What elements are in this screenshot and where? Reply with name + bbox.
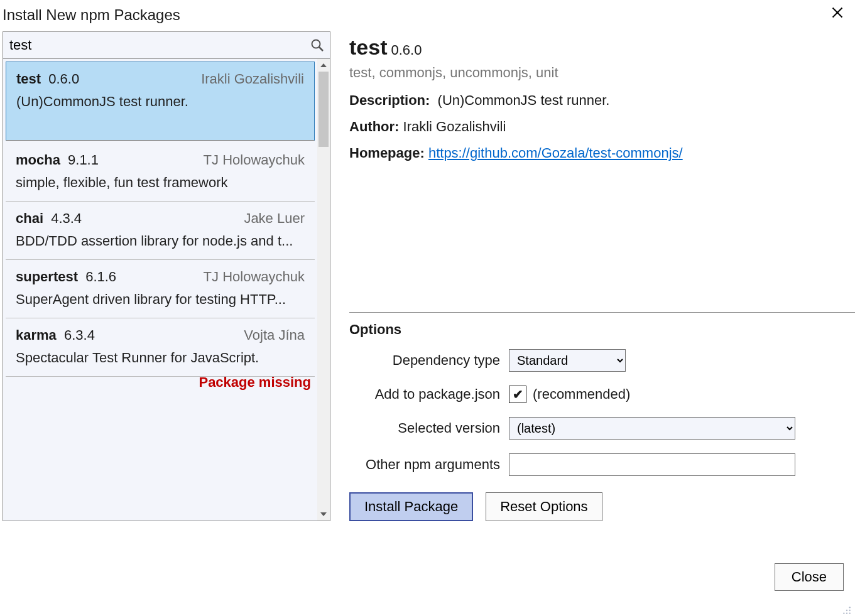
package-tags: test, commonjs, uncommonjs, unit	[349, 65, 855, 81]
result-version: 0.6.0	[45, 71, 79, 87]
result-version: 6.1.6	[82, 269, 116, 284]
result-description: (Un)CommonJS test runner.	[16, 94, 304, 110]
result-author: Vojta Jína	[244, 327, 305, 343]
svg-point-6	[846, 613, 847, 614]
description-field: Description: (Un)CommonJS test runner.	[349, 92, 855, 109]
add-to-package-json-label: Add to package.json	[349, 386, 500, 403]
other-npm-args-input[interactable]	[509, 453, 795, 476]
result-name: karma	[16, 327, 57, 343]
recommended-label: (recommended)	[533, 386, 630, 403]
result-description: SuperAgent driven library for testing HT…	[16, 291, 305, 308]
result-author: Jake Luer	[244, 210, 305, 227]
scroll-thumb[interactable]	[319, 72, 329, 147]
scrollbar[interactable]	[317, 59, 330, 521]
result-name: mocha	[16, 152, 60, 168]
result-name: chai	[16, 210, 43, 226]
result-version: 6.3.4	[60, 327, 95, 343]
result-description: simple, flexible, fun test framework	[16, 175, 305, 191]
result-description: Spectacular Test Runner for JavaScript.	[16, 350, 305, 366]
result-description: BDD/TDD assertion library for node.js an…	[16, 233, 305, 249]
scroll-down-icon[interactable]	[317, 508, 330, 521]
svg-line-1	[319, 47, 323, 51]
close-button[interactable]: Close	[775, 563, 844, 591]
result-author: TJ Holowaychuk	[204, 152, 305, 168]
reset-options-button[interactable]: Reset Options	[486, 492, 602, 521]
selected-version-label: Selected version	[349, 420, 500, 436]
dialog-title: Install New npm Packages	[3, 6, 180, 24]
search-icon	[310, 38, 325, 53]
author-field: Author: Irakli Gozalishvili	[349, 119, 855, 135]
result-version: 4.3.4	[47, 210, 82, 226]
selected-version-select[interactable]: (latest)	[509, 417, 795, 440]
result-item[interactable]: mocha 9.1.1TJ Holowaychuksimple, flexibl…	[6, 143, 315, 202]
result-author: Irakli Gozalishvili	[201, 71, 304, 87]
svg-point-5	[843, 613, 844, 614]
result-item[interactable]: test 0.6.0Irakli Gozalishvili(Un)CommonJ…	[6, 62, 315, 141]
package-title: test0.6.0	[349, 35, 855, 60]
search-box[interactable]	[3, 31, 330, 59]
package-name: test	[349, 35, 387, 59]
svg-point-2	[849, 607, 851, 608]
svg-point-4	[849, 610, 851, 611]
svg-point-0	[312, 40, 320, 48]
homepage-link[interactable]: https://github.com/Gozala/test-commonjs/	[428, 145, 683, 161]
result-item[interactable]: supertest 6.1.6TJ HolowaychukSuperAgent …	[6, 260, 315, 318]
result-version: 9.1.1	[64, 152, 99, 168]
close-icon[interactable]	[827, 6, 847, 21]
other-npm-args-label: Other npm arguments	[349, 457, 500, 473]
svg-point-3	[846, 610, 847, 611]
result-item[interactable]: chai 4.3.4Jake LuerBDD/TDD assertion lib…	[6, 202, 315, 260]
dependency-type-select[interactable]: Standard	[509, 349, 626, 372]
result-author: TJ Holowaychuk	[204, 269, 305, 285]
results-list: test 0.6.0Irakli Gozalishvili(Un)CommonJ…	[3, 59, 317, 521]
options-header: Options	[349, 322, 855, 338]
scroll-up-icon[interactable]	[317, 59, 330, 72]
package-missing-label: Package missing	[3, 374, 317, 391]
result-item[interactable]: karma 6.3.4Vojta JínaSpectacular Test Ru…	[6, 318, 315, 377]
result-name: test	[16, 71, 41, 87]
package-version: 0.6.0	[391, 42, 422, 58]
result-name: supertest	[16, 269, 78, 284]
search-input[interactable]	[3, 33, 310, 57]
svg-point-7	[849, 613, 851, 614]
divider	[349, 312, 855, 313]
resize-grip-icon[interactable]	[842, 603, 854, 615]
homepage-field: Homepage: https://github.com/Gozala/test…	[349, 145, 855, 161]
install-package-button[interactable]: Install Package	[349, 492, 473, 521]
dependency-type-label: Dependency type	[349, 352, 500, 369]
add-to-package-json-checkbox[interactable]: ✔	[509, 386, 526, 403]
